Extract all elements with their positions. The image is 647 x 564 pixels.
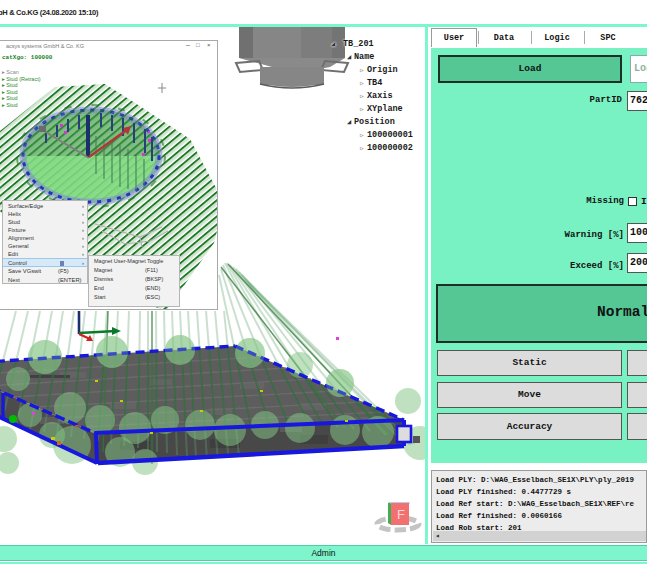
- svg-text:F: F: [397, 507, 405, 522]
